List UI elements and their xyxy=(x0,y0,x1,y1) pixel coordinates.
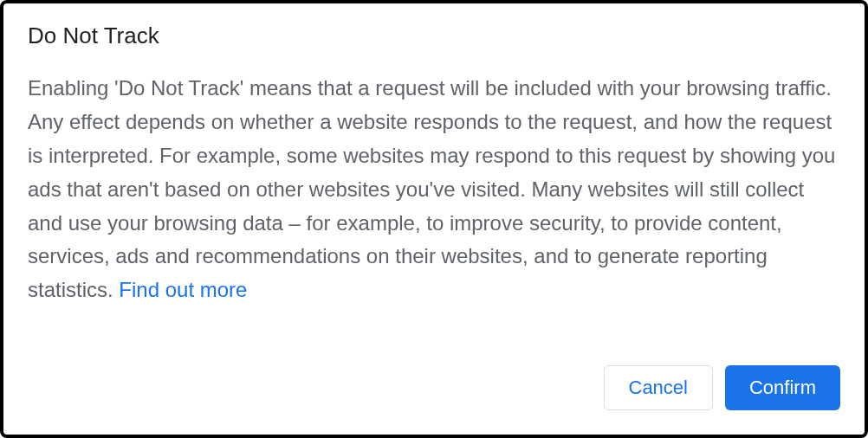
dialog-actions: Cancel Confirm xyxy=(28,365,840,410)
find-out-more-link[interactable]: Find out more xyxy=(119,278,247,301)
cancel-button[interactable]: Cancel xyxy=(604,365,713,410)
dialog-body: Enabling 'Do Not Track' means that a req… xyxy=(28,72,840,358)
dialog-body-text: Enabling 'Do Not Track' means that a req… xyxy=(28,76,835,301)
do-not-track-dialog: Do Not Track Enabling 'Do Not Track' mea… xyxy=(0,0,868,438)
confirm-button[interactable]: Confirm xyxy=(725,365,840,410)
dialog-title: Do Not Track xyxy=(28,23,840,49)
